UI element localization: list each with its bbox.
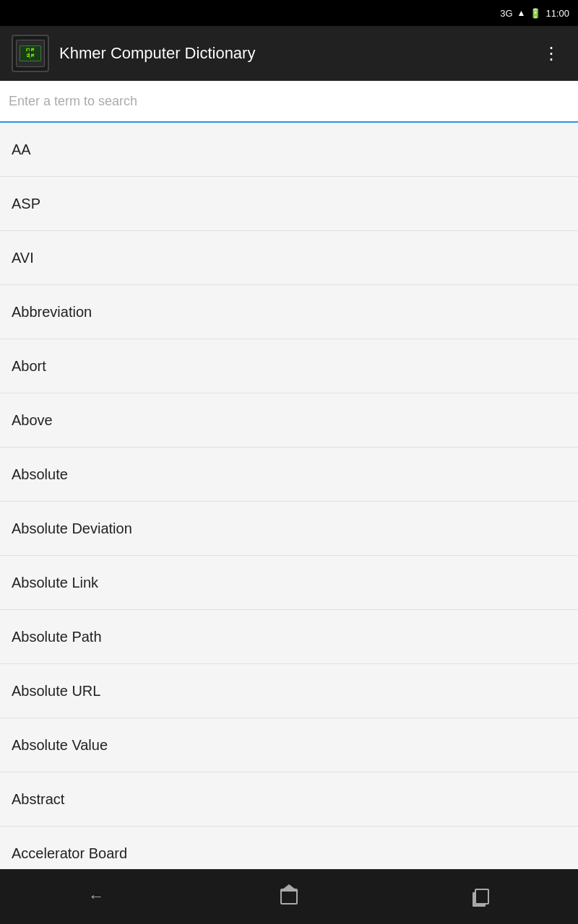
app-title: Khmer Computer Dictionary xyxy=(59,44,537,63)
app-bar: ពតផុត Khmer Computer Dictionary ⋮ xyxy=(0,26,578,81)
list-item-label: AA xyxy=(12,141,31,158)
list-item-label: AVI xyxy=(12,250,34,266)
logo-inner: ពតផុត xyxy=(16,40,45,67)
home-icon xyxy=(280,889,298,905)
list-item-label: Absolute URL xyxy=(12,683,100,699)
list-item[interactable]: Absolute Deviation xyxy=(0,502,578,556)
list-item[interactable]: Abort xyxy=(0,339,578,393)
list-item-label: ASP xyxy=(12,196,40,212)
list-item[interactable]: Above xyxy=(0,393,578,448)
list-item[interactable]: Absolute URL xyxy=(0,664,578,718)
recents-button[interactable] xyxy=(453,879,511,915)
list-item-label: Abstract xyxy=(12,791,64,808)
list-item-label: Absolute Link xyxy=(12,575,98,591)
list-item-label: Absolute Value xyxy=(12,737,108,754)
battery-icon: 🔋 xyxy=(530,8,541,19)
list-item[interactable]: Accelerator Board xyxy=(0,827,578,869)
signal-icon: ▲ xyxy=(517,8,526,18)
list-item-label: Above xyxy=(12,412,53,429)
list-item[interactable]: AVI xyxy=(0,231,578,285)
recents-icon xyxy=(475,889,489,905)
list-item-label: Absolute Deviation xyxy=(12,520,132,537)
list-item-label: Abbreviation xyxy=(12,304,92,321)
list-item-label: Accelerator Board xyxy=(12,845,127,862)
list-item[interactable]: Abstract xyxy=(0,772,578,827)
back-button[interactable] xyxy=(67,879,125,915)
logo-screen: ពតផុត xyxy=(20,45,41,61)
back-icon xyxy=(88,887,104,906)
network-indicator: 3G xyxy=(500,8,512,19)
list-item[interactable]: Absolute Link xyxy=(0,556,578,610)
home-button[interactable] xyxy=(260,879,318,915)
list-item[interactable]: AA xyxy=(0,123,578,177)
logo-text: ពតផុត xyxy=(25,48,35,58)
list-item[interactable]: Absolute Value xyxy=(0,718,578,772)
overflow-menu-button[interactable]: ⋮ xyxy=(537,38,566,69)
search-bar[interactable] xyxy=(0,81,578,123)
navigation-bar xyxy=(0,869,578,924)
list-item-label: Absolute xyxy=(12,466,68,483)
time-display: 11:00 xyxy=(545,8,569,19)
list-item[interactable]: Absolute xyxy=(0,448,578,502)
list-item[interactable]: Absolute Path xyxy=(0,610,578,664)
status-right: 3G ▲ 🔋 11:00 xyxy=(500,8,569,19)
list-item-label: Absolute Path xyxy=(12,629,102,645)
list-item[interactable]: ASP xyxy=(0,177,578,231)
list-item-label: Abort xyxy=(12,358,46,375)
app-logo: ពតផុត xyxy=(12,35,49,72)
dictionary-list: AAASPAVIAbbreviationAbortAboveAbsoluteAb… xyxy=(0,123,578,869)
search-input[interactable] xyxy=(9,94,569,109)
list-item[interactable]: Abbreviation xyxy=(0,285,578,339)
status-bar: 3G ▲ 🔋 11:00 xyxy=(0,0,578,26)
